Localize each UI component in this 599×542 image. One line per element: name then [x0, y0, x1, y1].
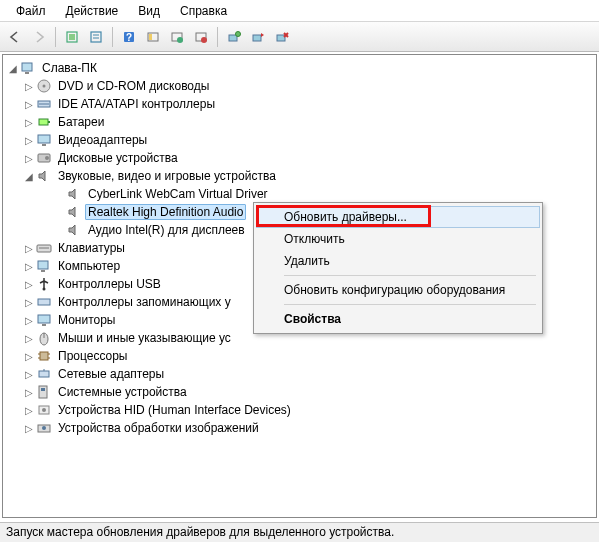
category-icon — [36, 330, 52, 346]
toolbar-btn-5[interactable] — [166, 26, 188, 48]
help-icon[interactable]: ? — [118, 26, 140, 48]
speaker-icon — [66, 204, 82, 220]
expand-icon[interactable]: ▷ — [23, 333, 35, 344]
expand-icon[interactable]: ◢ — [23, 171, 35, 182]
expand-icon[interactable]: ▷ — [23, 99, 35, 110]
tree-category-net[interactable]: Сетевые адаптеры — [55, 366, 167, 382]
expand-icon[interactable]: ▷ — [23, 315, 35, 326]
tree-category-mon[interactable]: Мониторы — [55, 312, 118, 328]
status-bar: Запуск мастера обновления драйверов для … — [0, 522, 599, 542]
ctx-properties[interactable]: Свойства — [256, 308, 540, 330]
expand-icon[interactable]: ▷ — [23, 351, 35, 362]
expand-icon[interactable]: ▷ — [23, 405, 35, 416]
svg-point-10 — [177, 37, 183, 43]
svg-rect-1 — [69, 34, 75, 40]
svg-rect-41 — [40, 352, 48, 360]
expand-icon[interactable]: ▷ — [23, 369, 35, 380]
tree-category-kbd[interactable]: Клавиатуры — [55, 240, 128, 256]
svg-rect-20 — [25, 72, 29, 74]
menu-help[interactable]: Справка — [170, 2, 237, 20]
tree-category-proc[interactable]: Процессоры — [55, 348, 131, 364]
ctx-refresh-config[interactable]: Обновить конфигурацию оборудования — [256, 279, 540, 301]
menubar: Файл Действие Вид Справка — [0, 0, 599, 22]
svg-rect-36 — [38, 299, 50, 305]
tree-category-comp[interactable]: Компьютер — [55, 258, 123, 274]
tree-category-img[interactable]: Устройства обработки изображений — [55, 420, 262, 436]
category-icon — [36, 132, 52, 148]
menu-action[interactable]: Действие — [56, 2, 129, 20]
category-icon — [36, 240, 52, 256]
tree-category-audio[interactable]: Звуковые, видео и игровые устройства — [55, 168, 279, 184]
device-intelr[interactable]: Аудио Intel(R) для дисплеев — [85, 222, 248, 238]
expand-icon[interactable]: ▷ — [23, 81, 35, 92]
tree-category-hid[interactable]: Устройства HID (Human Interface Devices) — [55, 402, 294, 418]
svg-text:?: ? — [126, 32, 132, 43]
svg-rect-8 — [149, 34, 152, 40]
menu-file[interactable]: Файл — [6, 2, 56, 20]
ctx-update-drivers[interactable]: Обновить драйверы... — [256, 206, 540, 228]
tree-category-dvd[interactable]: DVD и CD-ROM дисководы — [55, 78, 212, 94]
ctx-delete[interactable]: Удалить — [256, 250, 540, 272]
category-icon — [36, 312, 52, 328]
back-button[interactable] — [4, 26, 26, 48]
toolbar-btn-2[interactable] — [85, 26, 107, 48]
expand-icon[interactable]: ▷ — [23, 117, 35, 128]
toolbar-btn-6[interactable] — [190, 26, 212, 48]
speaker-icon — [66, 222, 82, 238]
category-icon — [36, 168, 52, 184]
tree-category-mouse[interactable]: Мыши и иные указывающие ус — [55, 330, 234, 346]
svg-point-35 — [43, 288, 46, 291]
category-icon — [36, 114, 52, 130]
root-node[interactable]: Слава-ПК — [39, 60, 100, 76]
toolbar-btn-4[interactable] — [142, 26, 164, 48]
menu-view[interactable]: Вид — [128, 2, 170, 20]
tree-category-stor[interactable]: Контроллеры запоминающих у — [55, 294, 234, 310]
device-cyberlink[interactable]: CyberLink WebCam Virtual Driver — [85, 186, 271, 202]
svg-rect-15 — [253, 35, 261, 41]
category-icon — [36, 402, 52, 418]
svg-point-22 — [43, 85, 46, 88]
tree-category-bat[interactable]: Батареи — [55, 114, 107, 130]
expand-icon[interactable]: ▷ — [23, 243, 35, 254]
svg-point-14 — [236, 31, 241, 36]
tree-category-sys[interactable]: Системные устройства — [55, 384, 190, 400]
tree-category-ide[interactable]: IDE ATA/ATAPI контроллеры — [55, 96, 218, 112]
expand-icon[interactable]: ▷ — [23, 261, 35, 272]
svg-rect-27 — [38, 135, 50, 143]
context-menu: Обновить драйверы... Отключить Удалить О… — [253, 202, 543, 334]
update-driver-icon[interactable] — [247, 26, 269, 48]
expand-icon[interactable]: ▷ — [23, 297, 35, 308]
toolbar-btn-1[interactable] — [61, 26, 83, 48]
svg-rect-46 — [39, 371, 49, 377]
expand-icon[interactable]: ▷ — [23, 279, 35, 290]
expand-icon[interactable]: ▷ — [23, 387, 35, 398]
ctx-disable[interactable]: Отключить — [256, 228, 540, 250]
category-icon — [36, 384, 52, 400]
toolbar: ? — [0, 22, 599, 52]
uninstall-icon[interactable] — [271, 26, 293, 48]
category-icon — [36, 96, 52, 112]
svg-rect-28 — [42, 144, 46, 146]
speaker-icon — [66, 186, 82, 202]
forward-button[interactable] — [28, 26, 50, 48]
svg-rect-19 — [22, 63, 32, 71]
svg-rect-26 — [48, 121, 50, 123]
tree-category-usb[interactable]: Контроллеры USB — [55, 276, 164, 292]
svg-rect-48 — [39, 386, 47, 398]
svg-point-30 — [45, 156, 49, 160]
expand-icon[interactable]: ▷ — [23, 135, 35, 146]
ctx-separator — [284, 275, 536, 276]
tree-category-vid[interactable]: Видеоадаптеры — [55, 132, 150, 148]
collapse-icon[interactable]: ◢ — [7, 63, 19, 74]
expand-icon[interactable]: ▷ — [23, 153, 35, 164]
category-icon — [36, 420, 52, 436]
svg-rect-38 — [42, 324, 46, 326]
scan-hardware-icon[interactable] — [223, 26, 245, 48]
expand-icon[interactable]: ▷ — [23, 423, 35, 434]
category-icon — [36, 294, 52, 310]
category-icon — [36, 78, 52, 94]
category-icon — [36, 276, 52, 292]
tree-category-disk[interactable]: Дисковые устройства — [55, 150, 181, 166]
category-icon — [36, 366, 52, 382]
device-realtek[interactable]: Realtek High Definition Audio — [85, 204, 246, 220]
